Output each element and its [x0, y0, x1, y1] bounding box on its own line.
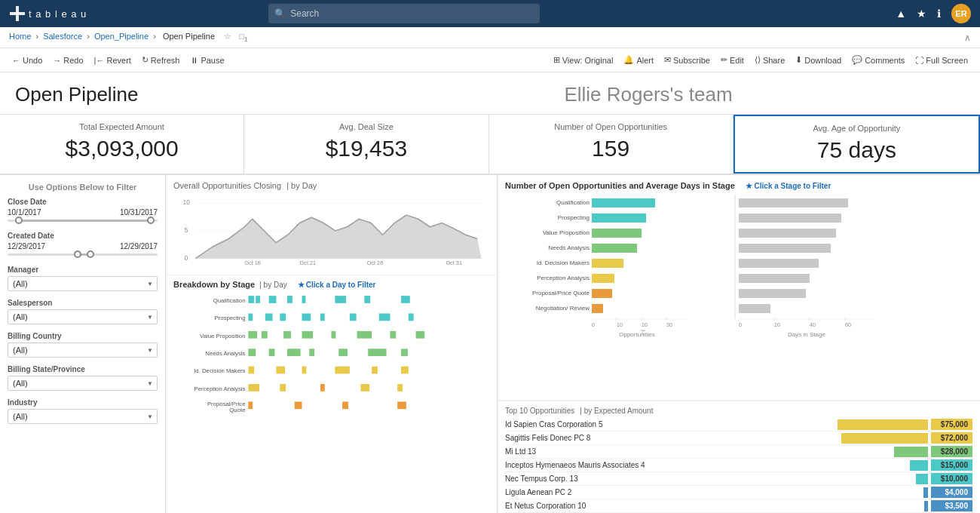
close-date-slider[interactable]: [8, 220, 158, 224]
svg-rect-27: [302, 296, 306, 303]
top10-val-5: $10,000: [931, 473, 972, 484]
svg-rect-92: [739, 289, 806, 298]
edit-icon: ✏: [721, 55, 727, 65]
svg-text:Needs Analysis: Needs Analysis: [205, 350, 245, 357]
svg-rect-40: [262, 331, 268, 339]
svg-rect-33: [280, 313, 286, 321]
pause-button[interactable]: ⏸ Pause: [185, 54, 228, 67]
svg-rect-60: [248, 384, 259, 392]
manager-label: Manager: [8, 266, 158, 274]
top10-val-1: $75,000: [931, 419, 972, 430]
comments-button[interactable]: 💬 Comments: [847, 53, 909, 67]
industry-label: Industry: [8, 398, 158, 407]
svg-rect-64: [397, 384, 403, 392]
salesperson-select[interactable]: (All): [8, 309, 158, 324]
billing-country-select[interactable]: (All): [8, 343, 158, 358]
search-bar[interactable]: 🔍: [268, 4, 540, 23]
avatar[interactable]: ER: [951, 4, 971, 23]
svg-text:Days in Stage: Days in Stage: [788, 331, 825, 338]
alert-button[interactable]: 🔔 Alert: [619, 53, 658, 67]
svg-rect-42: [302, 331, 314, 339]
star-icon: ★: [298, 281, 305, 289]
svg-text:Proposal/Price Quote: Proposal/Price Quote: [532, 290, 590, 296]
industry-select[interactable]: (All): [8, 409, 158, 424]
breakdown-title: Breakdown by Stage | by Day ★ Click a Da…: [173, 280, 489, 289]
svg-text:Prospecting: Prospecting: [558, 214, 590, 221]
kpi-avg-deal-value: $19,453: [259, 136, 473, 161]
breadcrumb: Home › Salesforce › Open_Pipeline › Open…: [9, 32, 250, 43]
revert-button[interactable]: |← Revert: [90, 54, 136, 67]
kpi-avg-deal: Avg. Deal Size $19,453: [244, 115, 488, 174]
kpi-avg-age: Avg. Age of Opportunity 75 days: [733, 115, 980, 174]
svg-rect-54: [248, 367, 254, 374]
svg-text:Qualification: Qualification: [213, 297, 246, 304]
download-button[interactable]: ⬇ Download: [791, 53, 846, 67]
kpi-avg-deal-label: Avg. Deal Size: [259, 122, 473, 131]
svg-text:Value Proposition: Value Proposition: [543, 229, 590, 236]
breakdown-filter-link[interactable]: ★ Click a Day to Filter: [298, 281, 376, 289]
created-date-filter: Created Date 12/29/2017 12/29/2017: [8, 232, 158, 258]
dashboard-grid: Use Options Below to Filter Close Date 1…: [0, 175, 980, 513]
kpi-num-opps: Number of Open Opportunities 159: [489, 115, 733, 174]
top10-item-4: Inceptos Hymenaeos Mauris Associates 4 $…: [505, 459, 972, 472]
opps-filter-link[interactable]: ★ Click a Stage to Filter: [746, 182, 831, 190]
close-date-end: 10/31/2017: [120, 208, 158, 217]
favorites-icon[interactable]: ★: [917, 8, 926, 20]
share-button[interactable]: ⟨⟩ Share: [750, 53, 789, 67]
svg-rect-23: [248, 296, 254, 303]
created-date-start: 12/29/2017: [8, 242, 45, 250]
filters-panel: Use Options Below to Filter Close Date 1…: [0, 175, 166, 513]
subscribe-button[interactable]: ✉ Subscribe: [660, 53, 715, 67]
top10-val-7: $3,500: [931, 500, 972, 511]
billing-state-select[interactable]: (All): [8, 376, 158, 391]
overall-chart-title: Overall Opportunities Closing | by Day: [173, 181, 489, 190]
svg-rect-29: [364, 296, 370, 303]
redo-button[interactable]: → Redo: [48, 54, 87, 67]
svg-rect-56: [302, 367, 307, 374]
svg-rect-91: [739, 274, 810, 283]
kpi-avg-age-label: Avg. Age of Opportunity: [750, 124, 963, 133]
toolbar: ← Undo → Redo |← Revert ↻ Refresh ⏸ Paus…: [0, 48, 980, 72]
search-input[interactable]: [290, 8, 534, 19]
top10-item-2: Sagittis Felis Donec PC 8 $72,000: [505, 432, 972, 445]
top10-val-6: $4,000: [931, 487, 972, 498]
top10-bar-3: [894, 447, 928, 457]
full-screen-button[interactable]: ⛶ Full Screen: [911, 54, 972, 67]
tableau-logo: t a b l e a u: [9, 5, 87, 22]
svg-text:Needs Analysis: Needs Analysis: [548, 244, 590, 251]
undo-button[interactable]: ← Undo: [8, 54, 47, 67]
top10-title: Top 10 Opportunities | by Expected Amoun…: [505, 406, 972, 415]
billing-country-label: Billing Country: [8, 332, 158, 340]
svg-rect-81: [592, 259, 623, 268]
opps-chart-section: Number of Open Opportunities and Average…: [498, 175, 980, 401]
filters-title: Use Options Below to Filter: [8, 183, 158, 192]
manager-select[interactable]: (All): [8, 276, 158, 291]
kpi-total-label: Total Expected Amount: [15, 122, 228, 131]
alert-icon[interactable]: ▲: [896, 8, 906, 20]
created-date-slider[interactable]: [8, 253, 158, 258]
view-original-button[interactable]: ⊞ View: Original: [549, 53, 618, 67]
breadcrumb-home[interactable]: Home: [9, 32, 31, 41]
top10-item-7: Et Netus Corporation 10 $3,500: [505, 499, 972, 513]
svg-rect-50: [309, 349, 314, 356]
edit-button[interactable]: ✏ Edit: [716, 53, 749, 67]
breadcrumb-salesforce[interactable]: Salesforce: [43, 32, 82, 41]
svg-rect-77: [592, 198, 655, 207]
kpi-row: Total Expected Amount $3,093,000 Avg. De…: [0, 115, 980, 175]
close-date-range: 10/1/2017 10/31/2017: [8, 208, 158, 217]
toolbar-left: ← Undo → Redo |← Revert ↻ Refresh ⏸ Paus…: [8, 53, 549, 67]
dashboard-header: Open Pipeline Ellie Rogers's team: [0, 72, 980, 115]
info-icon[interactable]: ℹ: [937, 8, 941, 20]
opps-chart-svg: Qualification Prospecting Value Proposit…: [505, 195, 972, 342]
top10-bar-5: [916, 474, 928, 484]
svg-rect-46: [416, 331, 425, 339]
refresh-button[interactable]: ↻ Refresh: [137, 53, 185, 67]
top-nav: t a b l e a u 🔍 ▲ ★ ℹ ER: [0, 0, 980, 27]
svg-rect-32: [265, 313, 273, 321]
breadcrumb-open-pipeline-link[interactable]: Open_Pipeline: [94, 32, 149, 41]
svg-rect-86: [739, 198, 848, 207]
svg-rect-83: [592, 289, 612, 298]
svg-rect-48: [269, 349, 275, 356]
svg-rect-93: [739, 304, 770, 313]
svg-text:Oct 21: Oct 21: [300, 260, 317, 266]
